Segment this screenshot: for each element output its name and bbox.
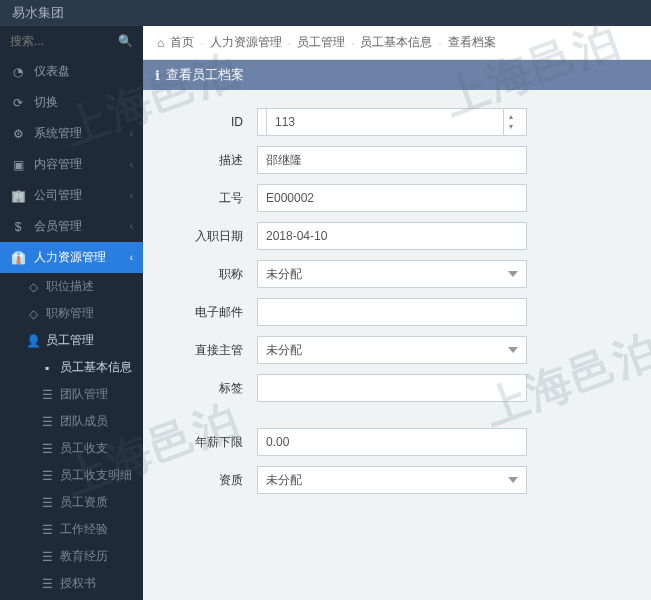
panel-title: 查看员工档案 <box>166 66 244 84</box>
sidebar-item-member[interactable]: $会员管理‹ <box>0 211 143 242</box>
tag-label: 标签 <box>167 380 257 397</box>
tag-icon: ◇ <box>26 307 40 321</box>
id-label: ID <box>167 115 257 129</box>
sidebar-item-system[interactable]: ⚙系统管理‹ <box>0 118 143 149</box>
title-label: 职称 <box>167 266 257 283</box>
list-icon: ☰ <box>40 523 54 537</box>
tag-icon: ◇ <box>26 280 40 294</box>
chevron-left-icon: ‹ <box>130 159 133 170</box>
chevron-left-icon: ‹ <box>130 221 133 232</box>
panel-header: ℹ 查看员工档案 <box>143 60 651 90</box>
email-input[interactable] <box>257 298 527 326</box>
list-icon: ☰ <box>40 496 54 510</box>
member-icon: $ <box>10 220 26 234</box>
breadcrumb-item[interactable]: 首页 <box>170 34 194 51</box>
info-icon: ℹ <box>155 68 160 83</box>
salary-input[interactable] <box>257 428 527 456</box>
hr-icon: 👔 <box>10 251 26 265</box>
manager-label: 直接主管 <box>167 342 257 359</box>
content-icon: ▣ <box>10 158 26 172</box>
sidebar-deep-basicinfo[interactable]: ▪员工基本信息 <box>0 354 143 381</box>
gear-icon: ⚙ <box>10 127 26 141</box>
sidebar-sub-position[interactable]: ◇职位描述 <box>0 273 143 300</box>
spinner-up-icon[interactable]: ▴ <box>504 112 518 122</box>
sidebar-deep-education[interactable]: ☰教育经历 <box>0 543 143 570</box>
sidebar-item-content[interactable]: ▣内容管理‹ <box>0 149 143 180</box>
sidebar-deep-teammember[interactable]: ☰团队成员 <box>0 408 143 435</box>
list-icon: ☰ <box>40 415 54 429</box>
sidebar-sub-jobtitle[interactable]: ◇职称管理 <box>0 300 143 327</box>
sidebar-deep-incomedetail[interactable]: ☰员工收支明细 <box>0 462 143 489</box>
list-icon: ☰ <box>40 550 54 564</box>
breadcrumb-item[interactable]: 人力资源管理 <box>210 34 282 51</box>
empno-label: 工号 <box>167 190 257 207</box>
sidebar-deep-qualification[interactable]: ☰员工资质 <box>0 489 143 516</box>
switch-icon: ⟳ <box>10 96 26 110</box>
chevron-left-icon: ‹ <box>130 128 133 139</box>
email-label: 电子邮件 <box>167 304 257 321</box>
sidebar-item-switch[interactable]: ⟳切换 <box>0 87 143 118</box>
search-input[interactable] <box>10 34 118 48</box>
list-icon: ☰ <box>40 388 54 402</box>
company-icon: 🏢 <box>10 189 26 203</box>
id-input[interactable] <box>266 108 504 136</box>
sidebar-item-hr[interactable]: 👔人力资源管理‹ <box>0 242 143 273</box>
sidebar-deep-auth[interactable]: ☰授权书 <box>0 570 143 597</box>
topbar: 易水集团 <box>0 0 651 26</box>
chevron-left-icon: ‹ <box>130 252 133 263</box>
salary-label: 年薪下限 <box>167 434 257 451</box>
list-icon: ☰ <box>40 577 54 591</box>
sidebar-item-dashboard[interactable]: ◔仪表盘 <box>0 56 143 87</box>
breadcrumb: ⌂ 首页· 人力资源管理· 员工管理· 员工基本信息· 查看档案 <box>143 26 651 60</box>
spinner-down-icon[interactable]: ▾ <box>504 122 518 132</box>
user-icon: 👤 <box>26 334 40 348</box>
sidebar-item-company[interactable]: 🏢公司管理‹ <box>0 180 143 211</box>
hiredate-label: 入职日期 <box>167 228 257 245</box>
sidebar-deep-workexp[interactable]: ☰工作经验 <box>0 516 143 543</box>
sidebar-deep-income[interactable]: ☰员工收支 <box>0 435 143 462</box>
qual-label: 资质 <box>167 472 257 489</box>
sidebar-deep-team[interactable]: ☰团队管理 <box>0 381 143 408</box>
form-area: ID▴▾ 描述 工号 入职日期 职称未分配 电子邮件 直接主管未分配 标签 年薪… <box>143 90 651 600</box>
desc-label: 描述 <box>167 152 257 169</box>
id-field[interactable]: ▴▾ <box>257 108 527 136</box>
tag-input[interactable] <box>257 374 527 402</box>
card-icon: ▪ <box>40 361 54 375</box>
list-icon: ☰ <box>40 442 54 456</box>
breadcrumb-item: 查看档案 <box>448 34 496 51</box>
empno-input[interactable] <box>257 184 527 212</box>
breadcrumb-item[interactable]: 员工管理 <box>297 34 345 51</box>
manager-select[interactable]: 未分配 <box>257 336 527 364</box>
dashboard-icon: ◔ <box>10 65 26 79</box>
list-icon: ☰ <box>40 469 54 483</box>
sidebar-sub-employee[interactable]: 👤员工管理 <box>0 327 143 354</box>
hiredate-input[interactable] <box>257 222 527 250</box>
home-icon: ⌂ <box>157 36 164 50</box>
search-icon: 🔍 <box>118 34 133 48</box>
title-select[interactable]: 未分配 <box>257 260 527 288</box>
qual-select[interactable]: 未分配 <box>257 466 527 494</box>
breadcrumb-item[interactable]: 员工基本信息 <box>360 34 432 51</box>
chevron-left-icon: ‹ <box>130 190 133 201</box>
sidebar: 🔍 ◔仪表盘 ⟳切换 ⚙系统管理‹ ▣内容管理‹ 🏢公司管理‹ $会员管理‹ 👔… <box>0 26 143 600</box>
brand-name: 易水集团 <box>12 4 64 22</box>
main-panel: ⌂ 首页· 人力资源管理· 员工管理· 员工基本信息· 查看档案 ℹ 查看员工档… <box>143 26 651 600</box>
desc-input[interactable] <box>257 146 527 174</box>
sidebar-search[interactable]: 🔍 <box>0 26 143 56</box>
